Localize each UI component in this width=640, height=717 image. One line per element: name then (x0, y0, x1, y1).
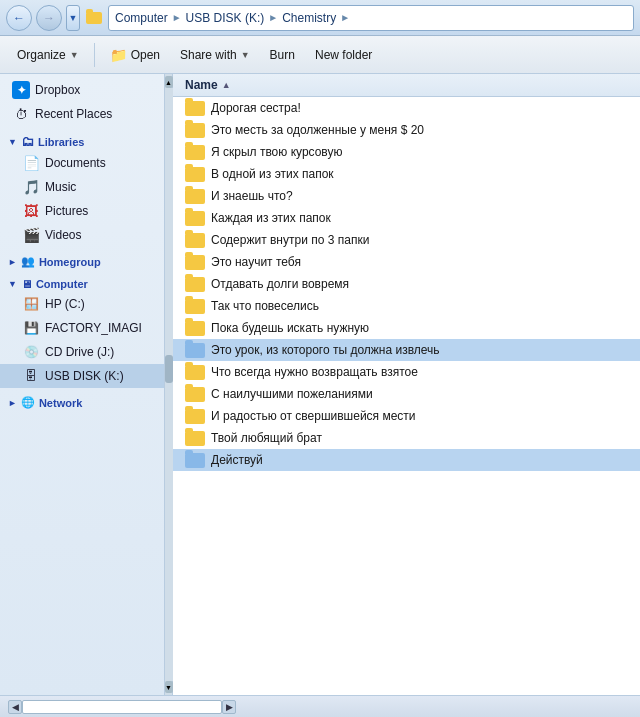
breadcrumb-usb[interactable]: USB DISK (K:) (186, 11, 265, 25)
hscroll-left-btn[interactable]: ◀ (8, 700, 22, 714)
documents-icon: 📄 (22, 154, 40, 172)
burn-button[interactable]: Burn (261, 41, 304, 69)
file-row[interactable]: Что всегда нужно возвращать взятое (173, 361, 640, 383)
file-row[interactable]: И знаешь что? (173, 185, 640, 207)
recent-places-icon: ⏱ (12, 105, 30, 123)
new-folder-button[interactable]: New folder (306, 41, 381, 69)
folder-icon (185, 233, 205, 248)
sidebar: ✦ Dropbox ⏱ Recent Places ▼ 🗂 Libraries … (0, 74, 165, 695)
hscroll-track[interactable] (22, 700, 222, 714)
share-with-label: Share with (180, 48, 237, 62)
drive-c-icon: 🪟 (22, 295, 40, 313)
folder-name: Это научит тебя (211, 255, 301, 269)
file-row[interactable]: С наилучшими пожеланиями (173, 383, 640, 405)
folder-icon (185, 211, 205, 226)
back-button[interactable]: ← (6, 5, 32, 31)
folder-icon (185, 101, 205, 116)
file-row[interactable]: Это урок, из которого ты должна извлечь (173, 339, 640, 361)
breadcrumb-chemistry[interactable]: Chemistry (282, 11, 336, 25)
burn-label: Burn (270, 48, 295, 62)
sidebar-label-pictures: Pictures (45, 204, 88, 218)
scroll-thumb[interactable] (165, 355, 173, 383)
folder-icon (84, 8, 104, 28)
toolbar: Organize ▼ 📁 Open Share with ▼ Burn New … (0, 36, 640, 74)
sidebar-label-recent-places: Recent Places (35, 107, 112, 121)
file-row[interactable]: Так что повеселись (173, 295, 640, 317)
sidebar-item-drive-factory[interactable]: 💾 FACTORY_IMAGI (0, 316, 164, 340)
sidebar-item-drive-k[interactable]: 🗄 USB DISK (K:) (0, 364, 164, 388)
file-row[interactable]: Дорогая сестра! (173, 97, 640, 119)
toolbar-sep-1 (94, 43, 95, 67)
file-row[interactable]: Содержит внутри по 3 папки (173, 229, 640, 251)
sidebar-network-header[interactable]: ► 🌐 Network (0, 388, 164, 411)
folder-name: С наилучшими пожеланиями (211, 387, 373, 401)
sidebar-item-dropbox[interactable]: ✦ Dropbox (0, 78, 164, 102)
forward-button[interactable]: → (36, 5, 62, 31)
folder-name: Содержит внутри по 3 папки (211, 233, 369, 247)
sidebar-libraries-header[interactable]: ▼ 🗂 Libraries (0, 126, 164, 151)
drive-j-icon: 💿 (22, 343, 40, 361)
folder-name: Действуй (211, 453, 263, 467)
open-icon: 📁 (110, 47, 127, 63)
folder-name: Твой любящий брат (211, 431, 322, 445)
folder-name: И знаешь что? (211, 189, 293, 203)
file-row[interactable]: Твой любящий брат (173, 427, 640, 449)
breadcrumb-bar[interactable]: Computer ► USB DISK (K:) ► Chemistry ► (108, 5, 634, 31)
scroll-down-btn[interactable]: ▼ (165, 681, 173, 693)
folder-icon (185, 365, 205, 380)
sidebar-label-dropbox: Dropbox (35, 83, 80, 97)
folder-icon (185, 387, 205, 402)
sidebar-item-videos[interactable]: 🎬 Videos (0, 223, 164, 247)
sidebar-computer-header[interactable]: ▼ 🖥 Computer (0, 270, 164, 292)
file-area: Name ▲ Дорогая сестра!Это месть за одолж… (173, 74, 640, 695)
open-button[interactable]: 📁 Open (101, 41, 169, 69)
folder-icon (185, 299, 205, 314)
sidebar-item-documents[interactable]: 📄 Documents (0, 151, 164, 175)
sidebar-label-drive-factory: FACTORY_IMAGI (45, 321, 142, 335)
file-row[interactable]: И радостью от свершившейся мести (173, 405, 640, 427)
music-icon: 🎵 (22, 178, 40, 196)
sidebar-scrollbar[interactable]: ▲ ▼ (165, 74, 173, 695)
file-row[interactable]: Это месть за одолженные у меня $ 20 (173, 119, 640, 141)
folder-icon (185, 431, 205, 446)
dropbox-icon: ✦ (12, 81, 30, 99)
hscroll-right-btn[interactable]: ▶ (222, 700, 236, 714)
sidebar-label-music: Music (45, 180, 76, 194)
sidebar-label-drive-c: HP (C:) (45, 297, 85, 311)
organize-label: Organize (17, 48, 66, 62)
breadcrumb-computer[interactable]: Computer (115, 11, 168, 25)
sidebar-label-videos: Videos (45, 228, 81, 242)
folder-icon (185, 277, 205, 292)
drive-k-icon: 🗄 (22, 367, 40, 385)
sidebar-homegroup-header[interactable]: ► 👥 Homegroup (0, 247, 164, 270)
file-row[interactable]: В одной из этих папок (173, 163, 640, 185)
computer-icon: 🖥 (21, 278, 32, 290)
sort-arrow: ▲ (222, 80, 231, 90)
file-row[interactable]: Каждая из этих папок (173, 207, 640, 229)
sidebar-item-music[interactable]: 🎵 Music (0, 175, 164, 199)
organize-button[interactable]: Organize ▼ (8, 41, 88, 69)
homegroup-arrow-icon: ► (8, 257, 17, 267)
history-dropdown[interactable]: ▼ (66, 5, 80, 31)
libraries-icon: 🗂 (21, 134, 34, 149)
pictures-icon: 🖼 (22, 202, 40, 220)
folder-name: Это урок, из которого ты должна извлечь (211, 343, 440, 357)
sidebar-item-drive-c[interactable]: 🪟 HP (C:) (0, 292, 164, 316)
sidebar-item-recent-places[interactable]: ⏱ Recent Places (0, 102, 164, 126)
folder-icon (185, 123, 205, 138)
scroll-up-btn[interactable]: ▲ (165, 76, 173, 88)
file-row[interactable]: Я скрыл твою курсовую (173, 141, 640, 163)
file-row[interactable]: Действуй (173, 449, 640, 471)
file-row[interactable]: Пока будешь искать нужную (173, 317, 640, 339)
folder-icon (185, 453, 205, 468)
folder-icon (185, 255, 205, 270)
sidebar-item-drive-j[interactable]: 💿 CD Drive (J:) (0, 340, 164, 364)
organize-arrow: ▼ (70, 50, 79, 60)
share-with-arrow: ▼ (241, 50, 250, 60)
folder-name: Это месть за одолженные у меня $ 20 (211, 123, 424, 137)
sidebar-item-pictures[interactable]: 🖼 Pictures (0, 199, 164, 223)
file-row[interactable]: Это научит тебя (173, 251, 640, 273)
share-with-button[interactable]: Share with ▼ (171, 41, 259, 69)
computer-label: Computer (36, 278, 88, 290)
file-row[interactable]: Отдавать долги вовремя (173, 273, 640, 295)
